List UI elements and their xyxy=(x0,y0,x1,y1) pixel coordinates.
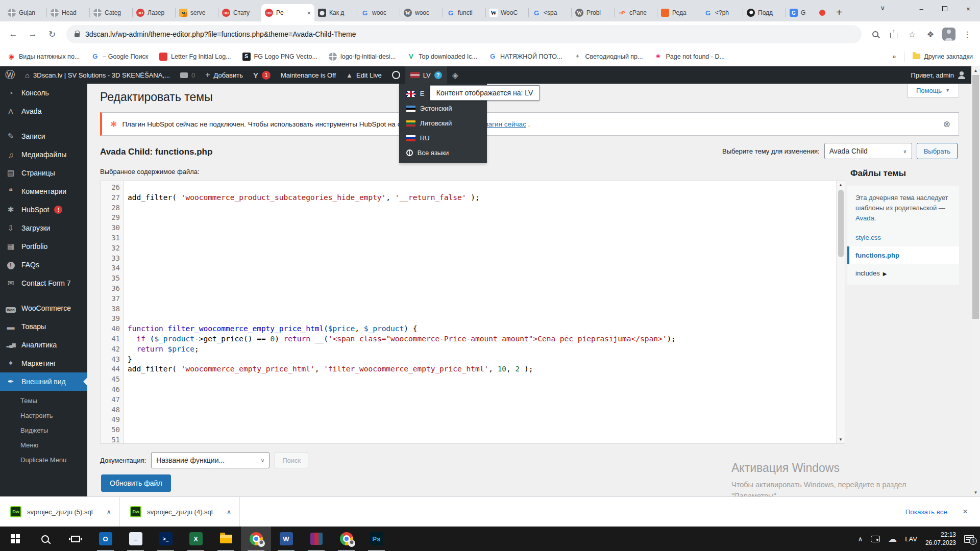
bookmark-item[interactable]: logo-fg-initial-desi... xyxy=(329,53,396,61)
maintenance-menu[interactable]: Maintenance is Off xyxy=(276,66,341,84)
clock[interactable]: 22:13 26.07.2023 xyxy=(925,531,956,547)
share-icon[interactable] xyxy=(886,27,901,42)
taskbar-powershell-button[interactable]: >_ xyxy=(151,527,181,551)
download-item[interactable]: Dwsvprojec_zjuzju (4).sql∧ xyxy=(120,497,240,527)
documentation-select[interactable]: Название функции...∨ xyxy=(151,452,270,468)
yoast-menu[interactable]: Y 1 xyxy=(248,66,276,84)
browser-tab[interactable]: G<?ph xyxy=(700,4,743,21)
bookmark-item[interactable]: ✦Светодиодный пр... xyxy=(573,53,643,61)
code-editor[interactable]: 2627282930313233343536373839404142434445… xyxy=(100,181,845,444)
editor-scrollbar[interactable]: ▲ ▼ xyxy=(836,181,845,443)
bookmark-star-icon[interactable]: ☆ xyxy=(904,27,920,42)
bookmark-item[interactable]: GНАТЯЖНОЙ ПОТО... xyxy=(488,53,562,61)
onedrive-icon[interactable]: ☁ xyxy=(888,534,897,544)
scroll-down-icon[interactable]: ▼ xyxy=(839,436,843,443)
notifications-icon[interactable]: 1 xyxy=(964,535,974,543)
taskbar-word-button[interactable]: W xyxy=(271,527,301,551)
taskbar-chrome-button[interactable] xyxy=(241,527,271,551)
close-downloads-bar-icon[interactable]: × xyxy=(963,507,968,517)
language-switcher[interactable]: LV ? EЭстонскийЛитовскийRUВсе языки Конт… xyxy=(405,66,447,84)
submenu-item-duplicate-menu[interactable]: Duplicate Menu xyxy=(0,453,87,467)
browser-menu-icon[interactable]: ⋮ xyxy=(960,27,975,42)
browser-tab[interactable]: Gwooc xyxy=(357,4,400,21)
sidebar-item-загрузки[interactable]: ⇩Загрузки xyxy=(0,219,87,237)
taskbar-task-view-button[interactable] xyxy=(60,527,90,551)
theme-file-functions-php[interactable]: functions.php xyxy=(847,246,959,264)
site-name-menu[interactable]: ⌂ 3Dscan.lv | SV Solutions - 3D SKENĒŠAN… xyxy=(20,66,175,84)
other-bookmarks-button[interactable]: Другие закладки xyxy=(913,53,973,60)
avada-menu[interactable]: ◈ xyxy=(447,66,463,84)
browser-tab[interactable]: 3DPe× xyxy=(261,4,314,21)
new-content-menu[interactable]: + Добавить xyxy=(200,66,248,84)
browser-tab[interactable]: Head xyxy=(47,4,90,21)
sidebar-item-товары[interactable]: ▬Товары xyxy=(0,317,87,336)
minimize-button[interactable]: – xyxy=(910,0,933,17)
browser-tab[interactable]: Gfuncti xyxy=(443,4,486,21)
sidebar-item-аналитика[interactable]: ▂▄▆Аналитика xyxy=(0,336,87,354)
browser-tab[interactable]: Подд xyxy=(743,4,786,21)
browser-tab[interactable]: WWooC xyxy=(486,4,529,21)
browser-tab[interactable]: WProbl xyxy=(572,4,615,21)
bookmark-item[interactable]: VTop downloaded Ic... xyxy=(407,53,477,61)
sidebar-item-faqs[interactable]: !FAQs xyxy=(0,256,87,274)
sidebar-item-portfolio[interactable]: ▦Portfolio xyxy=(0,237,87,256)
submenu-item-настроить[interactable]: Настроить xyxy=(0,408,87,423)
profile-avatar[interactable] xyxy=(941,27,957,42)
zoom-icon[interactable] xyxy=(868,27,883,42)
download-item[interactable]: Dwsvprojec_zjuzju (5).sql∧ xyxy=(0,497,120,527)
show-all-downloads-button[interactable]: Показать все xyxy=(905,508,947,516)
parent-theme-link[interactable]: Avada. xyxy=(855,214,876,222)
submenu-item-виджеты[interactable]: Виджеты xyxy=(0,423,87,438)
dismiss-notice-icon[interactable]: ⊗ xyxy=(943,119,950,130)
sidebar-item-страницы[interactable]: ▤Страницы xyxy=(0,164,87,182)
bookmark-item[interactable]: Letter Fg Initial Log... xyxy=(159,53,231,61)
scroll-up-icon[interactable]: ▲ xyxy=(839,181,843,189)
browser-tab[interactable]: cPcPane xyxy=(615,4,657,21)
language-help-icon[interactable]: ? xyxy=(434,71,442,79)
taskbar-excel-button[interactable]: X xyxy=(181,527,211,551)
update-file-button[interactable]: Обновить файл xyxy=(101,474,171,492)
lookup-button[interactable]: Поиск xyxy=(275,452,308,468)
theme-file-style-css[interactable]: style.css xyxy=(847,229,959,246)
sidebar-item-записи[interactable]: ✎Записи xyxy=(0,127,87,145)
sidebar-item-консоль[interactable]: ◔Консоль xyxy=(0,84,87,102)
language-option[interactable]: Эстонский xyxy=(399,101,487,116)
help-tab[interactable]: Помощь ▼ xyxy=(907,84,959,97)
browser-tab[interactable]: 3DСтату xyxy=(218,4,261,21)
page-scrollbar-thumb[interactable] xyxy=(972,75,979,319)
download-options-icon[interactable]: ∧ xyxy=(227,508,232,516)
language-option[interactable]: Литовский xyxy=(399,116,487,131)
browser-tab[interactable]: GG xyxy=(786,4,829,21)
tray-expand-icon[interactable]: ∧ xyxy=(858,535,863,543)
close-window-button[interactable]: × xyxy=(957,0,980,17)
wpml-menu[interactable] xyxy=(387,66,405,84)
edit-live-menu[interactable]: ▲ Edit Live xyxy=(341,66,387,84)
taskbar-outlook-button[interactable]: O xyxy=(90,527,120,551)
download-options-icon[interactable]: ∧ xyxy=(107,508,112,516)
submenu-item-темы[interactable]: Темы xyxy=(0,393,87,408)
comments-menu[interactable]: 0 xyxy=(175,66,200,84)
browser-tab[interactable]: 3DЛазер xyxy=(133,4,176,21)
scroll-down-icon[interactable]: ▼ xyxy=(971,488,980,496)
taskbar-search-button[interactable] xyxy=(30,527,60,551)
account-menu[interactable]: Привет, admin xyxy=(911,71,966,79)
url-text[interactable]: 3dscan.lv/wp-admin/theme-editor.php?file… xyxy=(85,30,356,38)
browser-tab[interactable]: Categ xyxy=(90,4,133,21)
sidebar-item-avada[interactable]: ΛAvada xyxy=(0,102,87,120)
taskbar-chrome-profile[interactable] xyxy=(331,527,361,551)
forward-button[interactable]: → xyxy=(24,26,41,42)
choose-theme-button[interactable]: Выбрать xyxy=(917,143,958,159)
sidebar-item-медиафайлы[interactable]: ♫Медиафайлы xyxy=(0,145,87,164)
taskbar-explorer-button[interactable] xyxy=(211,527,241,551)
scroll-up-icon[interactable]: ▲ xyxy=(971,66,980,74)
extensions-icon[interactable]: ❖ xyxy=(923,27,938,42)
language-option[interactable]: Все языки xyxy=(399,145,487,160)
taskbar-start-button[interactable] xyxy=(0,527,30,551)
taskbar-photoshop-button[interactable]: Ps xyxy=(361,527,391,551)
maximize-button[interactable] xyxy=(933,0,957,17)
bookmark-item[interactable]: ❀Page not found - D... xyxy=(654,53,725,61)
sidebar-item-внешний-вид[interactable]: ✒Внешний вид xyxy=(0,372,87,391)
theme-file-includes[interactable]: includes▶ xyxy=(847,264,959,282)
browser-tab[interactable]: Mserve xyxy=(176,4,218,21)
bookmark-item[interactable]: ◉Виды натяжных по... xyxy=(7,53,80,61)
